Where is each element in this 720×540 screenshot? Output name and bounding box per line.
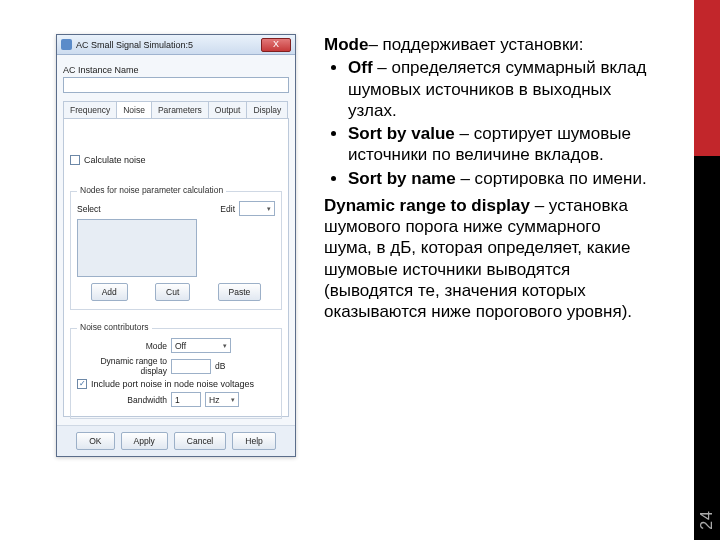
contrib-group: Noise contributors Mode Off ▾ Dynamic ra… [70, 328, 282, 419]
txt: – поддерживает установки: [368, 35, 583, 54]
nodes-legend: Nodes for noise parameter calculation [77, 185, 226, 195]
line-mode: Mode– поддерживает установки: [324, 34, 650, 55]
txt: – определяется суммарный вклад шумовых и… [348, 58, 646, 120]
cut-button[interactable]: Cut [155, 283, 190, 301]
page-number: 24 [698, 510, 716, 530]
paste-button[interactable]: Paste [218, 283, 262, 301]
calc-noise-label: Calculate noise [84, 155, 146, 165]
body-text: Mode– поддерживает установки: Off – опре… [324, 34, 680, 457]
mode-value: Off [175, 341, 186, 351]
tab-display[interactable]: Display [246, 101, 288, 118]
titlebar: AC Small Signal Simulation:5 X [57, 35, 295, 55]
mode-select[interactable]: Off ▾ [171, 338, 231, 353]
mode-list: Off – определяется суммарный вклад шумов… [324, 57, 650, 189]
mode-label: Mode [77, 341, 167, 351]
list-item: Sort by name – сортировка по имени. [348, 168, 650, 189]
txt: – сортировка по имени. [456, 169, 647, 188]
checkbox-icon [77, 379, 87, 389]
dyn-label: Dynamic range to display [77, 356, 167, 376]
bw-input[interactable]: 1 [171, 392, 201, 407]
tab-pane-noise: Calculate noise Nodes for noise paramete… [63, 119, 289, 417]
kw: Dynamic range to display [324, 196, 530, 215]
help-button[interactable]: Help [232, 432, 275, 450]
list-item: Sort by value – сортирует шумовые источн… [348, 123, 650, 166]
bw-unit: Hz [209, 395, 219, 405]
instance-label: AC Instance Name [63, 65, 289, 75]
stripe-red [694, 0, 720, 156]
apply-button[interactable]: Apply [121, 432, 168, 450]
bw-label: Bandwidth [77, 395, 167, 405]
kw: Sort by value [348, 124, 455, 143]
tab-parameters[interactable]: Parameters [151, 101, 209, 118]
dialog-window: AC Small Signal Simulation:5 X AC Instan… [56, 34, 296, 457]
tab-frequency[interactable]: Frequency [63, 101, 117, 118]
select-label: Select [77, 204, 107, 214]
chevron-down-icon: ▾ [231, 396, 235, 404]
chevron-down-icon: ▾ [223, 342, 227, 350]
edit-select[interactable]: ▾ [239, 201, 275, 216]
dialog-footer: OK Apply Cancel Help [57, 425, 295, 456]
window-title: AC Small Signal Simulation:5 [76, 40, 257, 50]
list-item: Off – определяется суммарный вклад шумов… [348, 57, 650, 121]
include-label: Include port noise in node noise voltage… [91, 379, 254, 389]
instance-input[interactable] [63, 77, 289, 93]
tab-noise[interactable]: Noise [116, 101, 152, 118]
ok-button[interactable]: OK [76, 432, 114, 450]
app-icon [61, 39, 72, 50]
add-button[interactable]: Add [91, 283, 128, 301]
cancel-button[interactable]: Cancel [174, 432, 226, 450]
stripe-black [694, 156, 720, 540]
bw-unit-select[interactable]: Hz ▾ [205, 392, 239, 407]
include-port-checkbox[interactable]: Include port noise in node noise voltage… [77, 379, 275, 389]
nodes-listbox[interactable] [77, 219, 197, 277]
dyn-unit: dB [215, 361, 225, 371]
checkbox-icon [70, 155, 80, 165]
kw: Off [348, 58, 373, 77]
calc-noise-checkbox[interactable]: Calculate noise [70, 155, 282, 165]
tab-output[interactable]: Output [208, 101, 248, 118]
dyn-input[interactable] [171, 359, 211, 374]
chevron-down-icon: ▾ [267, 205, 271, 213]
para-dynrange: Dynamic range to display – установка шум… [324, 195, 650, 323]
nodes-group: Nodes for noise parameter calculation Se… [70, 191, 282, 310]
edit-label: Edit [220, 204, 235, 214]
close-button[interactable]: X [261, 38, 291, 52]
kw-mode: Mode [324, 35, 368, 54]
contrib-legend: Noise contributors [77, 322, 152, 332]
tab-bar: Frequency Noise Parameters Output Displa… [63, 101, 289, 119]
kw: Sort by name [348, 169, 456, 188]
